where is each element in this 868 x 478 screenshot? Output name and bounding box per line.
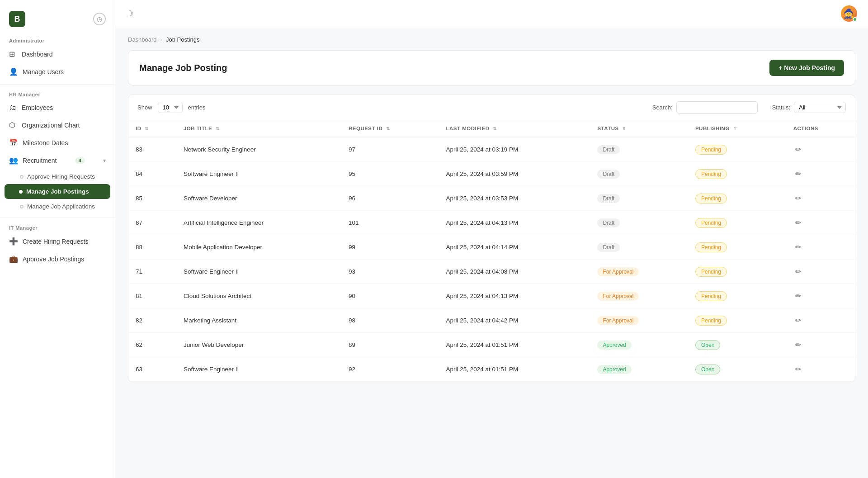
edit-button[interactable]: ✏ [793, 192, 803, 204]
status-badge: For Approval [597, 267, 639, 276]
divider-1 [0, 84, 115, 85]
employees-label: Employees [22, 104, 53, 111]
avatar-online-dot [853, 17, 857, 22]
manage-users-label: Manage Users [23, 68, 64, 76]
sort-publishing-icon: ⇧ [733, 126, 737, 131]
publishing-badge: Pending [695, 169, 727, 179]
edit-button[interactable]: ✏ [793, 363, 803, 375]
cell-publishing: Pending [688, 162, 786, 186]
col-status[interactable]: STATUS ⇧ [590, 120, 688, 137]
theme-toggle-icon[interactable]: ☽ [126, 9, 133, 19]
cell-last-modified: April 25, 2024 at 04:13 PM [439, 211, 590, 235]
cell-request-id: 89 [341, 333, 439, 357]
cell-actions: ✏ [786, 284, 855, 308]
sort-modified-icon: ⇅ [493, 126, 497, 131]
entries-select[interactable]: 10 25 50 [158, 102, 183, 113]
edit-button[interactable]: ✏ [793, 339, 803, 351]
cell-last-modified: April 25, 2024 at 01:51 PM [439, 333, 590, 357]
cell-last-modified: April 25, 2024 at 04:14 PM [439, 235, 590, 260]
edit-button[interactable]: ✏ [793, 290, 803, 302]
table-row: 71 Software Engineer II 93 April 25, 202… [128, 260, 855, 284]
table-row: 88 Mobile Application Developer 99 April… [128, 235, 855, 260]
sidebar-item-milestone[interactable]: 📅 Milestone Dates [0, 134, 115, 151]
cell-job-title: Junior Web Developer [176, 333, 341, 357]
sub-dot-apps-icon [20, 205, 24, 208]
sidebar-item-manage-job-apps[interactable]: Manage Job Applications [0, 199, 115, 214]
col-actions: ACTIONS [786, 120, 855, 137]
status-badge: Draft [597, 145, 620, 154]
create-hiring-icon: ➕ [9, 237, 18, 246]
new-job-posting-button[interactable]: + New Job Posting [769, 60, 844, 76]
edit-button[interactable]: ✏ [793, 265, 803, 278]
divider-2 [0, 218, 115, 218]
cell-publishing: Pending [688, 308, 786, 333]
dashboard-icon: ⊞ [9, 50, 17, 58]
table-row: 83 Network Security Engineer 97 April 25… [128, 137, 855, 162]
recruitment-icon: 👥 [9, 156, 18, 165]
cell-publishing: Pending [688, 235, 786, 260]
cell-id: 81 [128, 284, 176, 308]
cell-last-modified: April 25, 2024 at 03:53 PM [439, 186, 590, 211]
cell-actions: ✏ [786, 333, 855, 357]
cell-status: Draft [590, 162, 688, 186]
cell-id: 88 [128, 235, 176, 260]
cell-id: 63 [128, 357, 176, 382]
cell-job-title: Software Engineer II [176, 260, 341, 284]
cell-actions: ✏ [786, 235, 855, 260]
search-input[interactable] [676, 101, 758, 114]
sidebar-item-manage-users[interactable]: 👤 Manage Users [0, 63, 115, 80]
edit-button[interactable]: ✏ [793, 143, 803, 156]
sidebar-item-manage-job-postings[interactable]: Manage Job Postings [5, 184, 110, 199]
sidebar-item-employees[interactable]: 🗂 Employees [0, 99, 115, 116]
topbar: ☽ 🧙 [115, 0, 868, 27]
publishing-badge: Pending [695, 145, 727, 155]
cell-last-modified: April 25, 2024 at 03:19 PM [439, 137, 590, 162]
cell-actions: ✏ [786, 186, 855, 211]
clock-icon[interactable]: ◷ [93, 13, 106, 25]
sidebar-item-dashboard[interactable]: ⊞ Dashboard [0, 45, 115, 63]
cell-status: Draft [590, 137, 688, 162]
cell-job-title: Software Developer [176, 186, 341, 211]
approve-job-label: Approve Job Postings [23, 256, 84, 263]
sidebar-item-approve-job[interactable]: 💼 Approve Job Postings [0, 250, 115, 268]
status-badge: Draft [597, 218, 620, 227]
cell-id: 85 [128, 186, 176, 211]
col-job-title[interactable]: JOB TITLE ⇅ [176, 120, 341, 137]
sidebar-item-create-hiring[interactable]: ➕ Create Hiring Requests [0, 232, 115, 250]
content-area: Dashboard › Job Postings Manage Job Post… [115, 27, 868, 478]
cell-publishing: Pending [688, 260, 786, 284]
cell-request-id: 97 [341, 137, 439, 162]
col-request-id[interactable]: REQUEST ID ⇅ [341, 120, 439, 137]
table-toolbar: Show 10 25 50 entries Search: Status: Al… [128, 95, 855, 120]
cell-job-title: Network Security Engineer [176, 137, 341, 162]
sidebar-item-recruitment[interactable]: 👥 Recruitment 4 ▾ [0, 151, 115, 169]
manage-job-apps-label: Manage Job Applications [27, 203, 95, 210]
edit-button[interactable]: ✏ [793, 168, 803, 180]
avatar[interactable]: 🧙 [841, 5, 857, 22]
cell-request-id: 99 [341, 235, 439, 260]
publishing-badge: Pending [695, 242, 727, 252]
edit-button[interactable]: ✏ [793, 241, 803, 253]
sort-id-icon: ⇅ [145, 126, 149, 131]
breadcrumb-home[interactable]: Dashboard [128, 36, 157, 43]
status-badge: Draft [597, 170, 620, 179]
milestone-icon: 📅 [9, 138, 18, 147]
edit-button[interactable]: ✏ [793, 314, 803, 327]
col-publishing[interactable]: PUBLISHING ⇧ [688, 120, 786, 137]
edit-button[interactable]: ✏ [793, 217, 803, 229]
cell-request-id: 95 [341, 162, 439, 186]
sidebar-item-approve-hiring[interactable]: Approve Hiring Requests [0, 169, 115, 184]
table-row: 85 Software Developer 96 April 25, 2024 … [128, 186, 855, 211]
sidebar-item-org-chart[interactable]: ⬡ Organizational Chart [0, 116, 115, 134]
admin-section-label: Administrator [0, 34, 115, 45]
approve-hiring-label: Approve Hiring Requests [27, 173, 95, 180]
col-id[interactable]: ID ⇅ [128, 120, 176, 137]
col-last-modified[interactable]: LAST MODIFIED ⇅ [439, 120, 590, 137]
table-row: 63 Software Engineer II 92 April 25, 202… [128, 357, 855, 382]
cell-last-modified: April 25, 2024 at 04:13 PM [439, 284, 590, 308]
show-label: Show [137, 104, 152, 111]
cell-status: For Approval [590, 260, 688, 284]
cell-status: For Approval [590, 284, 688, 308]
cell-job-title: Software Engineer II [176, 162, 341, 186]
status-filter-select[interactable]: All Draft For Approval Approved [794, 102, 846, 113]
